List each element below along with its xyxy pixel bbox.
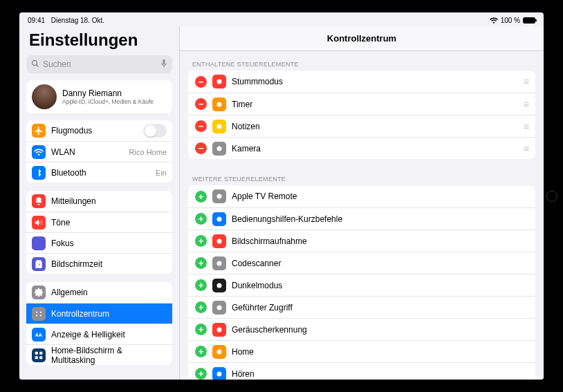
drag-handle[interactable]: ≡ [524, 99, 528, 110]
svg-text:AA: AA [35, 332, 42, 337]
add-button[interactable]: + [195, 257, 207, 269]
svg-point-16 [217, 146, 222, 151]
settings-icon: AA [32, 328, 46, 342]
svg-rect-2 [163, 59, 165, 64]
control-label: Timer [232, 100, 518, 109]
sidebar: Einstellungen Danny R [19, 26, 180, 380]
svg-point-6 [36, 315, 37, 316]
sidebar-title: Einstellungen [19, 26, 179, 55]
sidebar-item-t-ne[interactable]: Töne [26, 212, 172, 232]
sidebar-item-kontrollzentrum[interactable]: Kontrollzentrum [26, 303, 172, 324]
search-icon [31, 59, 39, 70]
add-button[interactable]: + [195, 324, 207, 335]
included-controls: −Stummmodus≡−Timer≡−Notizen≡−Kamera≡ [188, 71, 535, 159]
avatar [32, 84, 57, 109]
control-icon [212, 279, 226, 292]
sidebar-item-home-bildschirm-multitasking[interactable]: Home-Bildschirm & Multitasking [26, 344, 172, 365]
svg-point-14 [217, 102, 222, 106]
sidebar-item-label: Töne [51, 218, 167, 227]
control-icon [212, 256, 226, 270]
drag-handle[interactable]: ≡ [524, 143, 528, 154]
add-button[interactable]: + [195, 368, 207, 380]
svg-point-0 [33, 60, 37, 65]
svg-rect-11 [35, 356, 38, 359]
home-button[interactable] [546, 191, 557, 202]
account-card[interactable]: Danny Riemann Apple-ID, iCloud+, Medien … [26, 80, 172, 113]
control-label: Notizen [232, 122, 518, 131]
add-button[interactable]: + [195, 235, 207, 247]
control-icon [212, 120, 226, 133]
sidebar-item-label: Bildschirmzeit [51, 259, 167, 269]
sidebar-item-anzeige-helligkeit[interactable]: AAAnzeige & Helligkeit [26, 324, 172, 344]
status-bar: 09:41 Dienstag 18. Okt. 100 % [19, 12, 544, 26]
remove-button[interactable]: − [195, 98, 207, 110]
sidebar-item-bildschirmzeit[interactable]: Bildschirmzeit [26, 253, 172, 274]
control-label: Codescanner [232, 259, 528, 268]
svg-point-15 [217, 124, 222, 129]
remove-button[interactable]: − [195, 76, 207, 88]
sidebar-item-allgemein[interactable]: Allgemein [26, 282, 172, 303]
add-button[interactable]: + [195, 191, 207, 203]
control-label: Geräuscherkennung [232, 325, 528, 335]
settings-icon [32, 194, 46, 208]
control-label: Geführter Zugriff [232, 303, 528, 312]
svg-point-20 [217, 261, 222, 265]
sidebar-item-value: Ein [156, 169, 167, 177]
svg-point-21 [217, 283, 222, 288]
battery-text: 100 % [501, 17, 520, 24]
control-icon [212, 75, 226, 88]
battery-icon [523, 17, 535, 24]
sidebar-item-flugmodus[interactable]: Flugmodus [26, 120, 172, 141]
control-label: Home [232, 347, 528, 357]
sidebar-item-label: Kontrollzentrum [51, 309, 167, 319]
drag-handle[interactable]: ≡ [524, 76, 528, 87]
control-icon [212, 142, 226, 156]
sidebar-item-fokus[interactable]: Fokus [26, 232, 172, 253]
svg-line-1 [37, 64, 39, 66]
mic-icon[interactable] [160, 59, 167, 71]
sidebar-item-mitteilungen[interactable]: Mitteilungen [26, 191, 172, 212]
control-row: +Bildschirmaufnahme [188, 230, 535, 252]
svg-point-4 [36, 311, 37, 312]
control-row: +Home [188, 340, 535, 362]
wifi-icon [490, 17, 498, 24]
svg-rect-9 [35, 351, 38, 354]
control-label: Dunkelmodus [232, 281, 528, 290]
sidebar-group-notifications: MitteilungenTöneFokusBildschirmzeit [26, 191, 172, 274]
svg-point-25 [217, 371, 222, 376]
add-button[interactable]: + [195, 346, 207, 357]
control-label: Bildschirmaufnahme [232, 236, 528, 246]
add-button[interactable]: + [195, 213, 207, 225]
svg-rect-10 [39, 351, 42, 354]
search-field[interactable] [26, 55, 172, 73]
sidebar-item-bluetooth[interactable]: BluetoothEin [26, 162, 172, 183]
svg-point-7 [40, 315, 41, 316]
control-row: +Dunkelmodus [188, 274, 535, 296]
search-input[interactable] [43, 59, 157, 69]
control-label: Stummmodus [232, 77, 518, 86]
account-name: Danny Riemann [62, 88, 154, 98]
control-icon [212, 97, 226, 111]
add-button[interactable]: + [195, 279, 207, 291]
drag-handle[interactable]: ≡ [524, 121, 528, 132]
control-icon [212, 189, 226, 203]
control-row: +Hören [188, 362, 535, 380]
add-button[interactable]: + [195, 301, 207, 313]
settings-icon [32, 166, 46, 180]
toggle[interactable] [143, 124, 167, 138]
control-row: +Bedienungshilfen-Kurzbefehle [188, 207, 535, 230]
more-controls: +Apple TV Remote+Bedienungshilfen-Kurzbe… [188, 185, 535, 380]
included-header: Enthaltene Steuerelemente [180, 55, 544, 71]
account-sub: Apple-ID, iCloud+, Medien & Käufe [62, 98, 154, 105]
settings-icon [32, 145, 46, 159]
remove-button[interactable]: − [195, 142, 207, 154]
sidebar-item-label: Fokus [51, 239, 167, 248]
sidebar-group-general: AllgemeinKontrollzentrumAAAnzeige & Hell… [26, 282, 172, 365]
settings-icon [32, 236, 46, 250]
sidebar-item-label: Flugmodus [51, 126, 138, 136]
remove-button[interactable]: − [195, 120, 207, 132]
sidebar-item-label: Mitteilungen [51, 196, 167, 206]
sidebar-item-wlan[interactable]: WLANRico Home [26, 141, 172, 162]
control-icon [212, 234, 226, 248]
settings-icon [32, 216, 46, 230]
